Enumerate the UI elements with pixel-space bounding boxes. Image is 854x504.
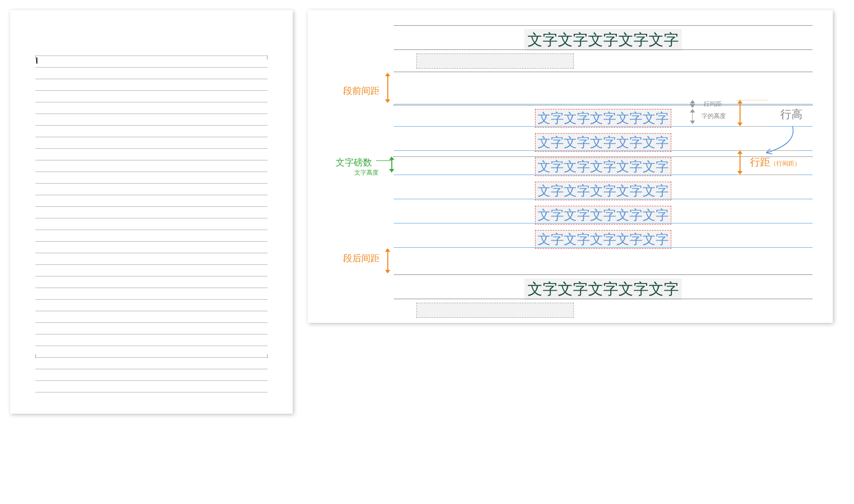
margin-marker: [267, 55, 268, 60]
ruled-line: [35, 311, 268, 323]
curve-arrow-icon: [757, 124, 803, 159]
line-text: 文字文字文字文字文字: [535, 206, 671, 225]
ruled-line: [35, 149, 268, 160]
ruled-line: [35, 195, 268, 207]
ruled-line: [35, 369, 268, 381]
space-placeholder: [416, 303, 574, 318]
paragraph-text: 文字文字文字文字文字: [524, 278, 682, 300]
ruled-line: [35, 346, 268, 358]
ruled-line: [35, 300, 268, 311]
connector-line: [376, 160, 391, 161]
line-text: 文字文字文字文字文字: [535, 157, 671, 176]
ruled-line: [35, 334, 268, 346]
paragraph-text: 文字文字文字文字文字: [524, 29, 682, 51]
ruled-line: [35, 91, 268, 102]
ruled-line: [35, 207, 268, 218]
ruled-line: [35, 55, 268, 68]
ruled-line: [35, 276, 268, 288]
space-placeholder: [416, 53, 574, 69]
ruled-line: [35, 102, 268, 114]
line-spacing-diagram: 文字文字文字文字文字 段前间距 文字文字文字文字文字 文字文字文字文字文字 文字…: [308, 10, 833, 323]
ruled-line: [35, 172, 268, 184]
text-cursor: [36, 58, 37, 64]
ruled-line: [35, 230, 268, 242]
ruled-line: [35, 253, 268, 265]
margin-marker: [35, 55, 36, 60]
ruled-line: [35, 68, 268, 79]
ruled-line: [35, 288, 268, 300]
line-text: 文字文字文字文字文字: [535, 109, 671, 128]
line-text: 文字文字文字文字文字: [535, 230, 671, 249]
line-text: 文字文字文字文字文字: [535, 133, 671, 152]
ruled-line: [35, 242, 268, 253]
ruled-line: [35, 381, 268, 393]
label-char-height: 字的高度: [702, 112, 726, 121]
ruled-line: [35, 137, 268, 149]
label-line-spacing: 行距（行间距）: [750, 155, 800, 169]
ruled-line: [35, 126, 268, 137]
line-text: 文字文字文字文字文字: [535, 182, 671, 200]
ruled-line: [35, 218, 268, 230]
margin-marker: [35, 354, 36, 358]
label-space-after: 段后间距: [343, 252, 380, 264]
margin-marker: [267, 354, 268, 358]
ruled-line: [35, 358, 268, 369]
ruled-line: [35, 160, 268, 172]
label-line-height: 行高: [780, 107, 803, 122]
ruled-line: [35, 79, 268, 91]
ruled-line: [35, 323, 268, 334]
label-line-gap: 行间距: [704, 100, 722, 108]
document-body: [35, 40, 268, 388]
ruled-line: [35, 265, 268, 276]
ruled-line: [35, 114, 268, 126]
label-space-before: 段前间距: [343, 85, 380, 97]
label-font-points: 文字磅数: [336, 156, 372, 169]
ruled-line: [35, 184, 268, 195]
document-page-preview: [10, 10, 293, 414]
label-font-height-note: 文字高度: [354, 169, 379, 177]
